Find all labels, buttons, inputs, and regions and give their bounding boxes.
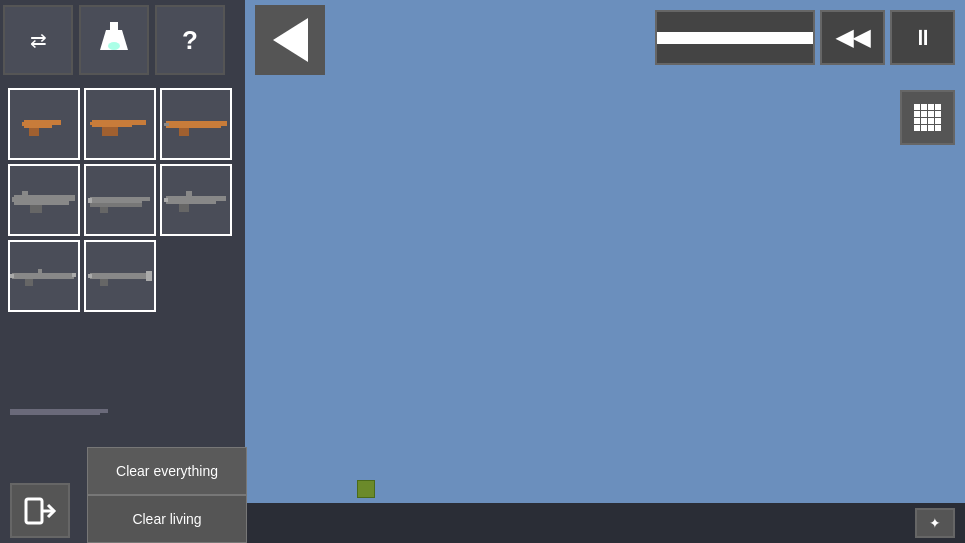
svg-rect-16 (14, 195, 69, 205)
bottom-right-icon: ✦ (929, 515, 941, 531)
assault-icon (164, 186, 229, 214)
svg-rect-11 (90, 122, 95, 125)
swap-icon: ⇄ (30, 28, 47, 52)
svg-rect-26 (166, 196, 216, 204)
progress-bar (657, 32, 813, 44)
svg-rect-23 (90, 203, 142, 207)
potion-icon (98, 22, 130, 58)
help-icon: ? (182, 25, 198, 56)
svg-rect-12 (166, 121, 221, 128)
svg-rect-41 (98, 409, 108, 413)
context-menu: Clear everything Clear living (87, 447, 247, 543)
help-button[interactable]: ? (155, 5, 225, 75)
svg-rect-32 (72, 273, 76, 277)
svg-rect-29 (186, 191, 192, 197)
clear-living-button[interactable]: Clear living (87, 495, 247, 543)
rifle-icon (164, 112, 229, 137)
svg-rect-9 (102, 127, 110, 136)
pistol-icon (19, 110, 69, 138)
weapon-cell-7[interactable] (8, 240, 80, 312)
svg-rect-25 (88, 198, 92, 203)
svg-rect-14 (179, 128, 189, 136)
svg-rect-35 (38, 269, 42, 274)
svg-rect-18 (30, 205, 42, 213)
bottom-right-button[interactable]: ✦ (915, 508, 955, 538)
svg-rect-36 (90, 273, 148, 279)
grid-toggle-button[interactable] (900, 90, 955, 145)
potion-button[interactable] (79, 5, 149, 75)
pause-button[interactable]: ⏸ (890, 10, 955, 65)
svg-rect-31 (12, 273, 74, 279)
smg-icon (90, 110, 150, 138)
svg-rect-3 (24, 120, 52, 128)
pause-icon: ⏸ (912, 25, 934, 51)
svg-rect-24 (100, 207, 108, 213)
ground (245, 503, 965, 543)
toolbar: ⇄ ? (0, 0, 245, 80)
bottom-weapon-icon (10, 404, 110, 420)
top-right-controls: ◀◀ ⏸ (655, 10, 955, 65)
svg-rect-5 (29, 128, 39, 136)
clear-everything-button[interactable]: Clear everything (87, 447, 247, 495)
svg-rect-30 (164, 198, 168, 202)
exit-icon (22, 493, 58, 529)
main-canvas[interactable] (245, 0, 965, 503)
svg-rect-28 (179, 204, 189, 212)
svg-point-2 (108, 42, 120, 50)
svg-rect-15 (164, 123, 169, 126)
svg-rect-37 (146, 271, 152, 281)
svg-rect-42 (26, 499, 42, 523)
weapon-cell-4[interactable] (8, 164, 80, 236)
grid-icon (914, 104, 941, 131)
launcher-icon (88, 265, 153, 287)
weapon-cell-8[interactable] (84, 240, 156, 312)
rewind-button[interactable]: ◀◀ (820, 10, 885, 65)
svg-rect-27 (214, 196, 226, 201)
rewind-icon: ◀◀ (836, 25, 870, 51)
weapon-cell-5[interactable] (84, 164, 156, 236)
svg-rect-0 (110, 22, 118, 30)
svg-rect-38 (100, 279, 108, 286)
game-object (357, 480, 375, 498)
svg-rect-19 (12, 197, 17, 202)
svg-rect-20 (22, 191, 28, 196)
machinegun-icon (12, 185, 77, 215)
back-arrow-icon (273, 18, 308, 62)
weapon-cell-2[interactable] (84, 88, 156, 160)
svg-rect-17 (67, 195, 75, 201)
weapon-cell-1[interactable] (8, 88, 80, 160)
svg-rect-34 (10, 274, 14, 278)
svg-rect-39 (88, 274, 92, 278)
shotgun-icon (88, 186, 153, 214)
weapon-cell-3[interactable] (160, 88, 232, 160)
svg-rect-7 (92, 120, 132, 127)
sidebar-bottom-weapon (10, 404, 110, 423)
svg-rect-13 (219, 121, 227, 126)
svg-rect-4 (49, 120, 61, 125)
weapon-cell-6[interactable] (160, 164, 232, 236)
back-button[interactable] (255, 5, 325, 75)
svg-rect-21 (90, 197, 142, 203)
exit-button[interactable] (10, 483, 70, 538)
progress-bar-container (655, 10, 815, 65)
svg-rect-33 (25, 279, 33, 286)
svg-rect-22 (140, 197, 150, 201)
weapon-grid (0, 80, 245, 320)
sniper-icon (10, 265, 78, 287)
svg-rect-8 (130, 120, 146, 125)
svg-rect-40 (10, 409, 100, 415)
swap-button[interactable]: ⇄ (3, 5, 73, 75)
svg-rect-10 (110, 127, 118, 136)
svg-rect-6 (22, 122, 26, 126)
